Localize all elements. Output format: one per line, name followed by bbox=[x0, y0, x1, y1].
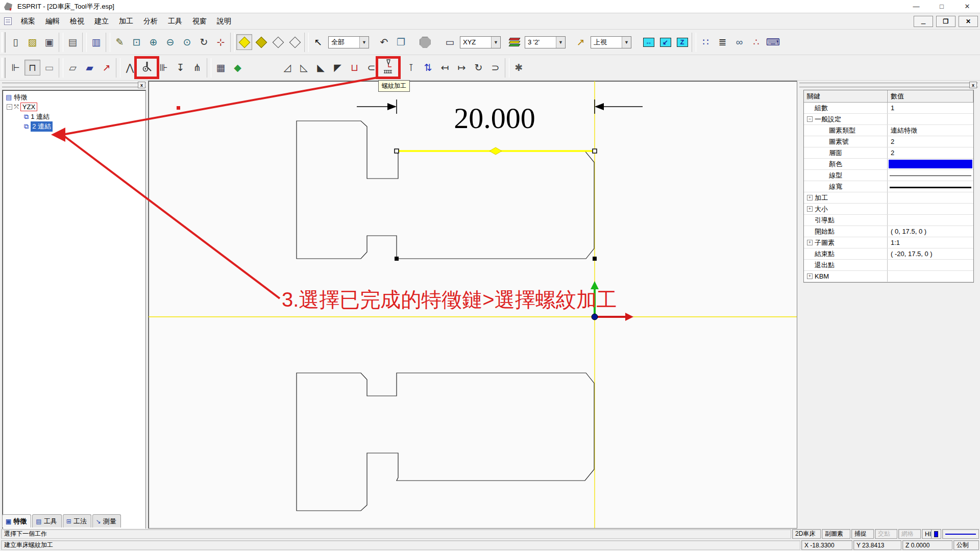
property-row-退出點[interactable]: 退出點 bbox=[804, 260, 973, 271]
menu-加工[interactable]: 加工 bbox=[114, 15, 138, 27]
drawing-canvas[interactable]: 20.000 bbox=[148, 81, 797, 529]
menu-檔案[interactable]: 檔案 bbox=[16, 15, 40, 27]
cone-feature-button[interactable]: ⋀ bbox=[122, 60, 138, 76]
collapse-icon[interactable]: − bbox=[7, 104, 12, 110]
tab-工具[interactable]: ▤工具 bbox=[32, 514, 61, 528]
face-plane-button[interactable]: ▱ bbox=[65, 60, 81, 76]
expander-icon[interactable]: + bbox=[807, 240, 813, 245]
new-file-button[interactable]: ▯ bbox=[8, 34, 23, 50]
menu-分析[interactable]: 分析 bbox=[138, 15, 163, 27]
work-plane-dropdown-arrow-icon[interactable]: ▼ bbox=[491, 37, 500, 48]
work-plane-cube-button[interactable]: ▭ bbox=[442, 34, 458, 50]
status-line-style[interactable] bbox=[942, 529, 979, 539]
swap-plane-button[interactable]: ▰ bbox=[82, 60, 97, 76]
zoom-in-button[interactable]: ⊕ bbox=[145, 34, 161, 50]
balanced-roughing-button[interactable]: ◺ bbox=[296, 60, 312, 76]
hidden-line-view-button[interactable] bbox=[287, 34, 303, 50]
maximize-button[interactable]: □ bbox=[929, 0, 954, 13]
tab-工法[interactable]: ⊞工法 bbox=[63, 514, 91, 528]
layers-button[interactable] bbox=[507, 34, 523, 50]
auto-chain-button[interactable]: ▭ bbox=[41, 60, 57, 76]
bar-feed-button[interactable]: ⊪ bbox=[156, 60, 172, 76]
status-mode[interactable]: 2D車床 bbox=[792, 529, 821, 539]
save-file-button[interactable]: ▣ bbox=[41, 34, 57, 50]
grooving-button[interactable]: ⊔ bbox=[347, 60, 362, 76]
menu-說明[interactable]: 說明 bbox=[212, 15, 236, 27]
turn-tool-button[interactable] bbox=[139, 60, 155, 76]
minimize-button[interactable]: — bbox=[903, 0, 929, 13]
toolbar-handle[interactable] bbox=[2, 32, 6, 53]
panel-close-icon[interactable]: x bbox=[138, 82, 145, 88]
child-close-button[interactable]: ✕ bbox=[959, 16, 978, 27]
selection-filter-dropdown-arrow-icon[interactable]: ▼ bbox=[359, 37, 369, 48]
close-button[interactable]: ✕ bbox=[954, 0, 980, 13]
zoom-window-button[interactable]: ⊡ bbox=[129, 34, 144, 50]
lower-part-profile[interactable] bbox=[297, 373, 594, 511]
panel-grip[interactable] bbox=[799, 83, 978, 88]
turn-feature-button[interactable]: ⊓ bbox=[24, 60, 40, 76]
threading-button[interactable] bbox=[380, 60, 396, 76]
sync-spindle-button[interactable]: ⇅ bbox=[420, 60, 436, 76]
status-toggle-網格[interactable]: 網格 bbox=[898, 529, 921, 539]
find-glasses-button[interactable]: ∞ bbox=[731, 34, 747, 50]
point-display-button[interactable]: ∴ bbox=[748, 34, 764, 50]
document-properties-button[interactable]: ▥ bbox=[88, 34, 104, 50]
tree-item-1-連結[interactable]: ⧉1 連結 bbox=[3, 112, 145, 121]
status-toggle-副圖素[interactable]: 副圖素 bbox=[822, 529, 850, 539]
copy-paste-button[interactable]: ❐ bbox=[393, 34, 409, 50]
hatch-lines-button[interactable]: ≣ bbox=[715, 34, 730, 50]
property-row-加工[interactable]: +加工 bbox=[804, 192, 973, 204]
expander-icon[interactable]: − bbox=[807, 116, 813, 122]
open-file-button[interactable]: ▨ bbox=[24, 34, 40, 50]
selection-filter-dropdown[interactable]: 全部▼ bbox=[328, 36, 369, 48]
single-point-button[interactable]: ⊺ bbox=[403, 60, 419, 76]
upper-part-profile[interactable] bbox=[297, 121, 594, 259]
keyboard-macro-button[interactable]: ⌨ bbox=[765, 34, 781, 50]
menu-建立[interactable]: 建立 bbox=[89, 15, 114, 27]
tree-root-features[interactable]: ▤ 特徵 bbox=[3, 92, 145, 102]
select-cursor-button[interactable]: ↖ bbox=[310, 34, 326, 50]
menu-視窗[interactable]: 視窗 bbox=[187, 15, 212, 27]
property-row-KBM[interactable]: +KBM bbox=[804, 271, 973, 282]
sub-spindle-button[interactable]: ⊃ bbox=[487, 60, 503, 76]
machine-setup-button[interactable]: ✱ bbox=[511, 60, 527, 76]
panel-grip[interactable] bbox=[2, 83, 146, 88]
menu-工具[interactable]: 工具 bbox=[163, 15, 187, 27]
shade-view-button[interactable] bbox=[236, 34, 252, 50]
status-color-swatch[interactable] bbox=[931, 529, 941, 539]
tap-tool-button[interactable]: ⋔ bbox=[189, 60, 205, 76]
property-row-線型[interactable]: 線型 bbox=[804, 170, 973, 181]
property-row-線寬[interactable]: 線寬 bbox=[804, 181, 973, 192]
thinline-value[interactable] bbox=[890, 176, 971, 176]
rotate-view-button[interactable]: ↻ bbox=[196, 34, 212, 50]
property-row-圖素類型[interactable]: 圖素類型連結特徵 bbox=[804, 125, 973, 136]
pattern-plane-button[interactable]: ▦ bbox=[213, 60, 229, 76]
solid-model-button[interactable]: ◆ bbox=[230, 60, 246, 76]
rotate-view-z-button[interactable]: Z bbox=[674, 34, 690, 50]
expander-icon[interactable]: + bbox=[807, 195, 813, 201]
status-toggle-交點[interactable]: 交點 bbox=[875, 529, 897, 539]
child-minimize-button[interactable]: ＿ bbox=[914, 16, 933, 27]
stop-disabled-button[interactable] bbox=[417, 34, 433, 50]
property-row-結束點[interactable]: 結束點( -20, 17.5, 0 ) bbox=[804, 248, 973, 260]
property-row-圖素號[interactable]: 圖素號2 bbox=[804, 136, 973, 147]
work-plane-dropdown[interactable]: XYZ▼ bbox=[460, 36, 501, 48]
menu-檢視[interactable]: 檢視 bbox=[65, 15, 89, 27]
view-dropdown-arrow-icon[interactable]: ▼ bbox=[622, 37, 631, 48]
status-toggle-捕捉[interactable]: 捕捉 bbox=[851, 529, 874, 539]
property-row-子圖素[interactable]: +子圖素1:1 bbox=[804, 237, 973, 248]
thickline-value[interactable] bbox=[890, 187, 971, 188]
panel-close-icon[interactable]: x bbox=[969, 82, 977, 88]
transfer-left-button[interactable]: ↤ bbox=[437, 60, 453, 76]
layer-dropdown-arrow-icon[interactable]: ▼ bbox=[556, 37, 565, 48]
property-row-層面[interactable]: 層面2 bbox=[804, 147, 973, 159]
tab-測量[interactable]: ↘測量 bbox=[92, 514, 121, 528]
view-orientation-button[interactable]: ↗ bbox=[573, 34, 589, 50]
print-button[interactable]: ▤ bbox=[65, 34, 81, 50]
expander-icon[interactable]: + bbox=[807, 206, 813, 212]
rotate-view-x-button[interactable]: ↔ bbox=[641, 34, 656, 50]
layer-dropdown[interactable]: 3 '2'▼ bbox=[525, 36, 566, 48]
zoom-out-button[interactable]: ⊖ bbox=[162, 34, 178, 50]
od-roughing-button[interactable]: ◿ bbox=[279, 60, 295, 76]
property-row-大小[interactable]: +大小 bbox=[804, 204, 973, 215]
